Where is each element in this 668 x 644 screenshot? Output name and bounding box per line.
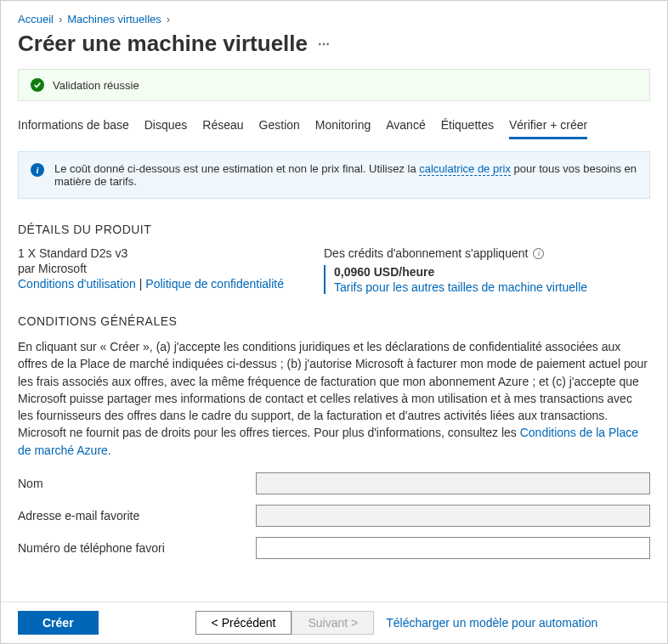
more-icon[interactable]: ⋯: [318, 37, 331, 51]
validation-text: Validation réussie: [53, 79, 139, 92]
email-label: Adresse e-mail favorite: [18, 509, 256, 523]
chevron-right-icon: ›: [167, 13, 170, 25]
tab-review[interactable]: Vérifier + créer: [509, 113, 587, 139]
tab-monitoring[interactable]: Monitoring: [315, 113, 371, 139]
tab-advanced[interactable]: Avancé: [386, 113, 425, 139]
next-button: Suivant >: [292, 611, 374, 635]
email-field[interactable]: [256, 505, 650, 527]
name-label: Nom: [18, 477, 256, 490]
previous-button[interactable]: < Précédent: [195, 611, 292, 635]
info-outline-icon[interactable]: i: [533, 248, 544, 259]
download-template-link[interactable]: Télécharger un modèle pour automation: [386, 616, 597, 630]
tab-network[interactable]: Réseau: [202, 113, 243, 139]
create-button[interactable]: Créer: [18, 611, 99, 635]
price-box: 0,0960 USD/heure Tarifs pour les autres …: [324, 265, 650, 294]
footer: Créer < Précédent Suivant > Télécharger …: [1, 602, 667, 643]
tabs: Informations de base Disques Réseau Gest…: [18, 113, 650, 139]
product-sku: 1 X Standard D2s v3: [18, 246, 290, 260]
check-circle-icon: [31, 78, 44, 92]
phone-field[interactable]: [256, 537, 650, 559]
page-title-text: Créer une machine virtuelle: [18, 31, 308, 57]
terms-body: En cliquant sur « Créer », (a) j'accepte…: [18, 338, 650, 459]
product-details: 1 X Standard D2s v3 par Microsoft Condit…: [18, 246, 650, 294]
tab-tags[interactable]: Étiquettes: [441, 113, 494, 139]
credits-text: Des crédits d'abonnement s'appliquent: [324, 246, 528, 260]
chevron-right-icon: ›: [59, 13, 62, 25]
breadcrumb-home[interactable]: Accueil: [18, 13, 54, 25]
pricing-calculator-link[interactable]: calculatrice de prix: [419, 162, 511, 176]
terms-of-use-link[interactable]: Conditions d'utilisation: [18, 277, 136, 291]
breadcrumb: Accueil › Machines virtuelles ›: [18, 13, 650, 25]
page-title: Créer une machine virtuelle ⋯: [18, 31, 650, 57]
info-icon: i: [31, 163, 44, 177]
cost-infobox: i Le coût donné ci-dessous est une estim…: [18, 151, 650, 199]
tab-management[interactable]: Gestion: [259, 113, 300, 139]
product-details-heading: DÉTAILS DU PRODUIT: [18, 223, 650, 236]
other-sizes-pricing-link[interactable]: Tarifs pour les autres tailles de machin…: [334, 280, 587, 294]
tab-disks[interactable]: Disques: [144, 113, 188, 139]
name-field[interactable]: [256, 472, 650, 494]
breadcrumb-vms[interactable]: Machines virtuelles: [67, 13, 161, 25]
product-publisher: par Microsoft: [18, 262, 290, 275]
tab-basics[interactable]: Informations de base: [18, 113, 129, 139]
terms-heading: CONDITIONS GÉNÉRALES: [18, 314, 650, 328]
cost-infobox-text: Le coût donné ci-dessous est une estimat…: [54, 162, 637, 188]
validation-banner: Validation réussie: [18, 69, 650, 101]
phone-label: Numéro de téléphone favori: [18, 541, 256, 555]
privacy-policy-link[interactable]: Politique de confidentialité: [145, 277, 284, 291]
price-value: 0,0960 USD/heure: [334, 265, 650, 279]
